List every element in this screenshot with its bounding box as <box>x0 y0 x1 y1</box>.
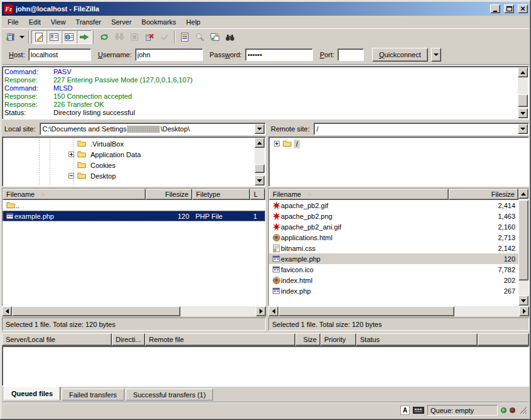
tree-item[interactable]: Application Data <box>4 149 254 160</box>
username-input[interactable] <box>135 48 203 61</box>
tab-successful-transfers-1-[interactable]: Successful transfers (1) <box>126 389 214 401</box>
process-queue-button[interactable] <box>112 30 127 44</box>
file-row[interactable]: example.php120PHP File1 <box>3 211 265 221</box>
queue-column-server-local-file[interactable]: Server/Local file <box>2 333 112 346</box>
firefox-file-icon <box>272 233 281 242</box>
scroll-thumb[interactable] <box>518 94 528 107</box>
queue-column-directi-[interactable]: Directi... <box>112 333 145 346</box>
toggle-message-log-button[interactable] <box>31 30 47 44</box>
tree-item[interactable]: / <box>270 138 527 149</box>
maximize-button[interactable] <box>504 4 514 13</box>
column-header-filename[interactable]: Filename <box>269 189 449 200</box>
quickconnect-dropdown-button[interactable] <box>431 48 441 62</box>
menu-server[interactable]: Server <box>106 17 136 27</box>
refresh-button[interactable] <box>97 30 112 44</box>
remote-site-combo[interactable]: / <box>314 123 529 135</box>
scroll-right-button[interactable] <box>256 306 266 316</box>
scroll-down-button[interactable] <box>518 296 528 306</box>
port-input[interactable] <box>337 48 364 61</box>
scroll-track[interactable] <box>518 77 528 108</box>
file-row[interactable]: apache_pb2.gif2,414 <box>269 200 528 211</box>
remote-site-bar: Remote site:/ <box>268 122 529 136</box>
disconnect-button[interactable] <box>142 30 157 44</box>
column-header-filesize[interactable]: Filesize <box>146 189 192 200</box>
host-input[interactable] <box>28 48 91 61</box>
scroll-left-button[interactable] <box>268 306 278 316</box>
minimize-button[interactable] <box>490 4 500 13</box>
toggle-transfer-queue-button[interactable] <box>77 30 92 44</box>
file-row[interactable]: apache_pb2.png1,463 <box>269 211 528 221</box>
cancel-operation-button[interactable] <box>127 30 142 44</box>
remote-path: / <box>317 125 319 133</box>
local-site-combo-dropdown-button[interactable] <box>255 124 265 134</box>
remote-status-text: Selected 1 file. Total size: 120 bytes <box>268 318 529 331</box>
scroll-right-button[interactable] <box>519 306 529 316</box>
menu-edit[interactable]: Edit <box>24 17 46 27</box>
queue-column-status[interactable]: Status <box>356 333 478 346</box>
menu-view[interactable]: View <box>46 17 71 27</box>
scroll-up-button[interactable] <box>518 67 528 77</box>
scroll-up-button[interactable] <box>255 138 265 148</box>
find-files-button[interactable] <box>222 30 238 44</box>
filter-button[interactable] <box>177 30 192 44</box>
scroll-thumb[interactable] <box>255 164 265 173</box>
scroll-track[interactable] <box>278 306 519 316</box>
toggle-local-tree-button[interactable] <box>47 30 62 44</box>
file-row[interactable]: index.html202 <box>269 275 528 285</box>
scroll-thumb[interactable] <box>12 306 180 316</box>
scroll-down-button[interactable] <box>518 108 528 118</box>
toggle-local-tree-icon <box>49 32 59 42</box>
tab-failed-transfers[interactable]: Failed transfers <box>62 389 124 401</box>
file-row[interactable]: .. <box>3 200 265 211</box>
file-row[interactable]: favicon.ico7,782 <box>269 264 528 275</box>
synchronized-browsing-button[interactable] <box>207 30 222 44</box>
column-header-last-modified[interactable]: L <box>250 189 265 200</box>
file-row[interactable]: index.php267 <box>269 285 528 296</box>
scroll-track[interactable] <box>255 148 265 175</box>
php-file-icon <box>272 265 281 274</box>
tree-item[interactable]: .VirtualBox <box>4 138 254 149</box>
column-header-filesize[interactable]: Filesize <box>449 189 518 200</box>
file-row[interactable]: bitnami.css2,142 <box>269 243 528 253</box>
column-header-filetype[interactable]: Filetype <box>192 189 250 200</box>
toggle-remote-tree-button[interactable] <box>62 30 77 44</box>
scroll-track[interactable] <box>518 199 528 296</box>
scroll-thumb[interactable] <box>518 200 528 280</box>
queue-column-priority[interactable]: Priority <box>320 333 356 346</box>
log-line-text: PASV <box>53 68 72 76</box>
file-row[interactable]: example.php120 <box>269 253 528 264</box>
scroll-left-button[interactable] <box>2 306 12 316</box>
filename-cell: bitnami.css <box>269 243 449 253</box>
remote-site-combo-dropdown-button[interactable] <box>518 124 528 134</box>
scroll-down-button[interactable] <box>255 175 265 185</box>
scroll-thumb[interactable] <box>278 306 454 316</box>
local-path-suffix: \Desktop\ <box>160 125 189 133</box>
menu-transfer[interactable]: Transfer <box>70 17 106 27</box>
file-row[interactable]: applications.html2,713 <box>269 232 528 243</box>
tab-queued-files[interactable]: Queued files <box>4 387 60 401</box>
expand-toggle[interactable] <box>68 152 74 157</box>
tree-item[interactable]: Cookies <box>4 160 254 170</box>
menu-help[interactable]: Help <box>181 17 205 27</box>
site-manager-dropdown-button[interactable] <box>18 30 26 44</box>
transfer-queue-list[interactable] <box>2 346 529 386</box>
resize-grip[interactable] <box>519 406 527 414</box>
expand-toggle[interactable] <box>274 141 280 146</box>
column-header-filename[interactable]: Filename <box>3 189 146 200</box>
reconnect-button[interactable] <box>157 30 172 44</box>
close-button[interactable] <box>518 4 528 13</box>
menu-file[interactable]: File <box>3 17 24 27</box>
scroll-track[interactable] <box>12 306 256 316</box>
directory-comparison-button[interactable] <box>192 30 207 44</box>
collapse-toggle[interactable] <box>68 173 74 179</box>
menu-bookmarks[interactable]: Bookmarks <box>136 17 181 27</box>
local-site-combo[interactable]: C:\Documents and Settings\Desktop\ <box>40 123 266 135</box>
tree-item[interactable]: Desktop <box>4 170 254 181</box>
site-manager-button[interactable] <box>3 30 18 44</box>
quickconnect-button[interactable]: Quickconnect <box>372 48 428 62</box>
queue-column-remote-file[interactable]: Remote file <box>145 333 295 346</box>
file-row[interactable]: apache_pb2_ani.gif2,160 <box>269 221 528 232</box>
password-input[interactable] <box>245 48 313 61</box>
scroll-up-button[interactable] <box>518 189 528 199</box>
queue-column-size[interactable]: Size <box>295 333 320 346</box>
